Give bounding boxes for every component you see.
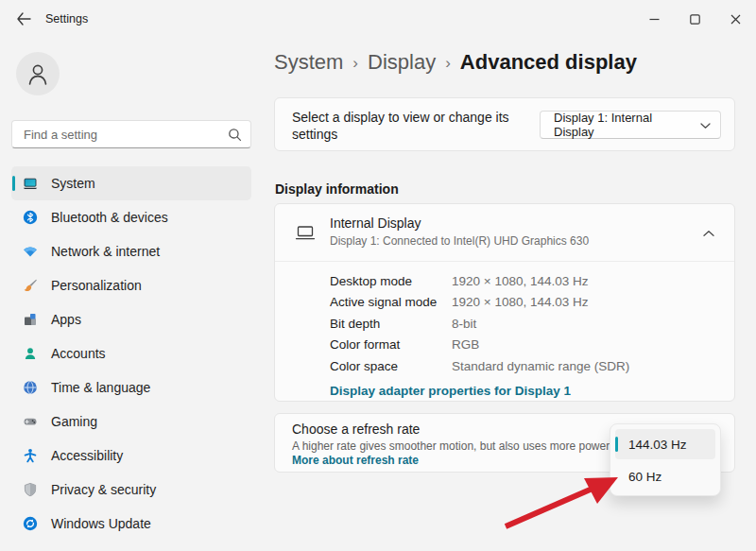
refresh-option-label: 60 Hz (628, 470, 662, 484)
sidebar-item-label: Accounts (51, 346, 106, 361)
user-icon (24, 60, 52, 88)
device-subtitle: Display 1: Connected to Intel(R) UHD Gra… (330, 234, 589, 248)
sidebar-item-windows-update[interactable]: Windows Update (11, 507, 251, 541)
property-label: Color format (330, 337, 452, 352)
close-button[interactable] (715, 0, 756, 38)
system-icon (23, 176, 38, 191)
selected-accent-bar (615, 437, 618, 452)
sidebar-item-accessibility[interactable]: Accessibility (11, 439, 251, 473)
sidebar-item-network-internet[interactable]: Network & internet (11, 234, 251, 268)
property-label: Color space (330, 359, 452, 373)
breadcrumb: System › Display › Advanced display (274, 50, 637, 75)
display-information-heading: Display information (275, 181, 399, 197)
selected-accent-bar (12, 176, 15, 191)
privacy-shield-icon (23, 482, 38, 497)
sidebar: System Bluetooth & devices Network & int… (0, 38, 265, 551)
sidebar-item-time-language[interactable]: Time & language (11, 370, 251, 405)
search-icon (228, 128, 242, 142)
sidebar-item-privacy-security[interactable]: Privacy & security (11, 473, 251, 507)
property-value: 8-bit (452, 317, 476, 331)
sidebar-item-system[interactable]: System (11, 166, 251, 200)
refresh-option-label: 144.03 Hz (628, 438, 687, 452)
sidebar-item-label: System (51, 176, 95, 191)
select-display-label: Select a display to view or change its s… (292, 109, 528, 143)
gaming-gamepad-icon (23, 414, 38, 429)
maximize-icon (690, 14, 700, 25)
time-language-icon (23, 380, 38, 395)
chevron-down-icon (700, 122, 711, 129)
sidebar-item-apps[interactable]: Apps (11, 302, 251, 336)
search-input[interactable] (12, 121, 250, 147)
windows-update-icon (23, 516, 38, 531)
sidebar-item-accounts[interactable]: Accounts (11, 336, 251, 370)
refresh-option-144hz[interactable]: 144.03 Hz (615, 429, 715, 459)
accounts-icon (23, 346, 38, 361)
more-about-refresh-rate-link[interactable]: More about refresh rate (292, 454, 419, 467)
sidebar-item-label: Network & internet (51, 244, 160, 259)
sidebar-item-label: Gaming (51, 414, 97, 429)
property-value: RGB (452, 337, 479, 352)
breadcrumb-separator: › (445, 52, 451, 73)
display-properties: Desktop mode 1920 × 1080, 144.03 Hz Acti… (330, 270, 719, 377)
page-title: Advanced display (460, 50, 637, 75)
avatar[interactable] (16, 52, 60, 95)
search-box (11, 120, 251, 148)
property-label: Desktop mode (330, 274, 452, 288)
minimize-icon (649, 14, 660, 25)
back-button[interactable] (9, 8, 38, 30)
breadcrumb-system[interactable]: System (274, 50, 343, 75)
property-row-active-signal-mode: Active signal mode 1920 × 1080, 144.03 H… (330, 292, 719, 314)
refresh-rate-subtitle: A higher rate gives smoother motion, but… (292, 439, 610, 453)
close-icon (730, 14, 741, 25)
refresh-option-60hz[interactable]: 60 Hz (615, 461, 715, 491)
sidebar-item-label: Bluetooth & devices (51, 210, 168, 225)
breadcrumb-separator: › (352, 52, 358, 73)
display-info-header: Internal Display Display 1: Connected to… (275, 204, 734, 261)
caption-buttons (634, 0, 756, 38)
sidebar-item-label: Privacy & security (51, 482, 156, 497)
bluetooth-icon (23, 210, 38, 225)
breadcrumb-display[interactable]: Display (368, 50, 436, 75)
property-label: Active signal mode (330, 295, 452, 309)
property-value: 1920 × 1080, 144.03 Hz (452, 274, 589, 288)
display-select-value: Display 1: Internal Display (554, 111, 694, 139)
maximize-button[interactable] (675, 0, 715, 38)
refresh-rate-flyout: 144.03 Hz 60 Hz (610, 423, 721, 496)
display-adapter-properties-link[interactable]: Display adapter properties for Display 1 (330, 384, 571, 398)
refresh-rate-title: Choose a refresh rate (292, 422, 420, 437)
property-row-color-format: Color format RGB (330, 335, 719, 356)
display-select-dropdown[interactable]: Display 1: Internal Display (540, 111, 721, 139)
display-information-card: Internal Display Display 1: Connected to… (274, 203, 735, 402)
sidebar-nav: System Bluetooth & devices Network & int… (0, 166, 265, 541)
sidebar-item-gaming[interactable]: Gaming (11, 405, 251, 439)
sidebar-item-bluetooth-devices[interactable]: Bluetooth & devices (11, 200, 251, 234)
sidebar-item-label: Time & language (51, 380, 150, 395)
collapse-expander-button[interactable] (698, 225, 719, 242)
titlebar: Settings (0, 0, 756, 38)
network-wifi-icon (23, 244, 38, 259)
personalization-brush-icon (23, 278, 38, 293)
chevron-up-icon (703, 230, 714, 237)
monitor-icon (295, 223, 316, 242)
select-display-card: Select a display to view or change its s… (274, 97, 735, 151)
accessibility-icon (23, 448, 38, 463)
sidebar-item-label: Accessibility (51, 448, 123, 463)
sidebar-item-label: Personalization (51, 278, 142, 293)
device-title: Internal Display (330, 215, 421, 231)
apps-icon (23, 312, 38, 327)
back-arrow-icon (16, 12, 31, 26)
property-label: Bit depth (330, 317, 452, 331)
property-row-bit-depth: Bit depth 8-bit (330, 313, 719, 335)
property-value: 1920 × 1080, 144.03 Hz (452, 295, 589, 309)
divider (275, 261, 734, 262)
window-title: Settings (45, 12, 88, 26)
property-value: Standard dynamic range (SDR) (452, 359, 629, 373)
sidebar-item-label: Windows Update (51, 516, 151, 531)
property-row-desktop-mode: Desktop mode 1920 × 1080, 144.03 Hz (330, 270, 719, 292)
sidebar-item-label: Apps (51, 312, 81, 327)
minimize-button[interactable] (634, 0, 675, 38)
property-row-color-space: Color space Standard dynamic range (SDR) (330, 355, 719, 377)
sidebar-item-personalization[interactable]: Personalization (11, 268, 251, 302)
